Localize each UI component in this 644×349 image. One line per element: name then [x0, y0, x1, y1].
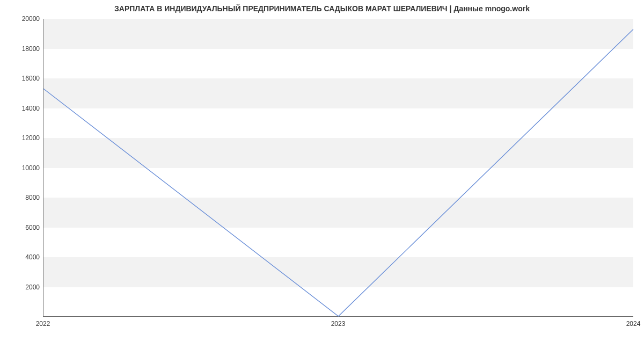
- plot-area: [43, 19, 633, 317]
- y-tick-label: 6000: [2, 224, 40, 231]
- x-tick-label: 2022: [36, 320, 50, 328]
- y-tick-label: 10000: [2, 164, 40, 172]
- y-tick-label: 16000: [2, 75, 40, 82]
- data-line: [43, 29, 633, 316]
- y-tick-label: 8000: [2, 194, 40, 201]
- y-tick-label: 20000: [2, 15, 40, 23]
- y-tick-label: 14000: [2, 105, 40, 112]
- x-tick-label: 2024: [626, 320, 641, 328]
- y-tick-label: 18000: [2, 45, 40, 53]
- chart-title: ЗАРПЛАТА В ИНДИВИДУАЛЬНЫЙ ПРЕДПРИНИМАТЕЛ…: [0, 4, 644, 13]
- chart-container: ЗАРПЛАТА В ИНДИВИДУАЛЬНЫЙ ПРЕДПРИНИМАТЕЛ…: [0, 0, 644, 349]
- x-tick-label: 2023: [331, 320, 346, 328]
- y-tick-label: 4000: [2, 253, 40, 261]
- y-tick-label: 2000: [2, 283, 40, 291]
- line-series: [43, 19, 633, 316]
- y-tick-label: 12000: [2, 134, 40, 142]
